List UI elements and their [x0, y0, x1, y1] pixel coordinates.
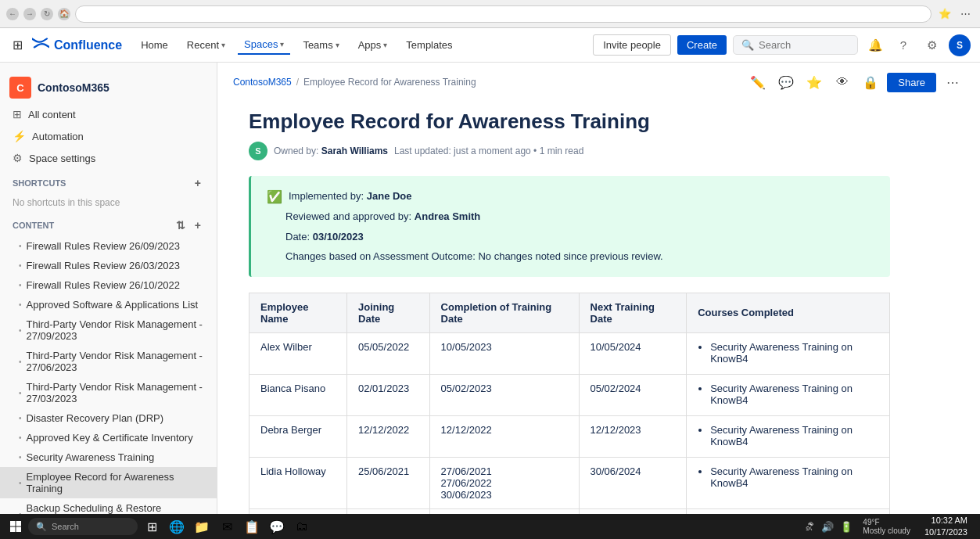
watch-icon[interactable]: 👁	[831, 70, 854, 94]
automation-icon: ⚡	[13, 130, 26, 142]
forward-button[interactable]: →	[23, 8, 36, 20]
share-button[interactable]: Share	[887, 73, 936, 92]
taskbar-clock[interactable]: 10:32 AM 10/17/2023	[918, 515, 974, 539]
cell-joining-5: 01/09/2023	[347, 508, 430, 514]
col-next-training: Next Training Date	[579, 293, 687, 332]
cell-completion-1: 10/05/2023	[429, 332, 579, 374]
sidebar-space-header[interactable]: C ContosoM365	[0, 72, 217, 103]
nav-templates[interactable]: Templates	[400, 36, 458, 54]
sidebar-item-vendor-1[interactable]: Third-Party Vendor Risk Management - 27/…	[0, 314, 217, 346]
url-bar[interactable]	[75, 5, 932, 23]
nav-logo[interactable]: Confluence	[32, 34, 122, 56]
cell-courses-4: Security Awareness Training on KnowB4	[687, 457, 890, 508]
restrict-icon[interactable]: 🔒	[859, 70, 882, 94]
sidebar-item-vendor-2[interactable]: Third-Party Vendor Risk Management - 27/…	[0, 346, 217, 377]
battery-icon[interactable]: 🔋	[838, 521, 855, 533]
search-input[interactable]	[759, 39, 849, 51]
col-joining-date: Joining Date	[347, 293, 430, 332]
mail-icon[interactable]: ✉	[216, 516, 238, 537]
app-icon-3[interactable]: 🗂	[291, 516, 313, 537]
cell-next-5: 02/09/2024	[579, 508, 687, 514]
settings-icon[interactable]: ⚙	[921, 34, 942, 56]
cell-next-3: 12/12/2023	[579, 415, 687, 457]
sidebar-item-approved-software[interactable]: Approved Software & Applications List	[0, 295, 217, 314]
taskbar: 🔍 Search ⊞ 🌐 📁 ✉ 📋 💬 🗂 ⛐ 🔊 🔋 49°F Mostly…	[0, 514, 980, 539]
taskbar-search[interactable]: 🔍 Search	[28, 518, 138, 535]
shortcuts-empty-msg: No shortcuts in this space	[0, 194, 217, 211]
svg-rect-0	[10, 521, 16, 526]
back-button[interactable]: ←	[6, 8, 19, 20]
sidebar-item-vendor-3[interactable]: Third-Party Vendor Risk Management - 27/…	[0, 377, 217, 408]
file-explorer-icon[interactable]: 📁	[191, 516, 213, 537]
sidebar-item-firewall-2[interactable]: Firewall Rules Review 26/03/2023	[0, 256, 217, 275]
notification-icon[interactable]: 🔔	[864, 34, 886, 56]
owner-avatar: S	[249, 142, 267, 160]
apps-caret: ▾	[383, 41, 387, 49]
sidebar-item-employee-record[interactable]: Employee Record for Awareness Training	[0, 467, 217, 498]
add-shortcut-btn[interactable]: +	[192, 175, 204, 191]
nav-spaces[interactable]: Spaces ▾	[238, 35, 290, 55]
cell-name-4: Lidia Holloway	[249, 457, 347, 508]
home-button[interactable]: 🏠	[58, 8, 70, 20]
sort-content-btn[interactable]: ⇅	[173, 217, 188, 233]
volume-icon[interactable]: 🔊	[819, 521, 836, 533]
create-button[interactable]: Create	[677, 35, 727, 55]
menu-icon[interactable]: ⋯	[957, 5, 974, 23]
app-icon-1[interactable]: 📋	[241, 516, 263, 537]
cell-joining-2: 02/01/2023	[347, 374, 430, 415]
star-icon[interactable]: ⭐	[802, 70, 826, 94]
cell-courses-5: Security Awareness Training on KnowB4	[687, 508, 890, 514]
sidebar-space-settings[interactable]: ⚙ Space settings	[0, 147, 217, 169]
teams-caret: ▾	[336, 41, 339, 49]
table-header-row: Employee Name Joining Date Completion of…	[249, 293, 890, 332]
top-nav: ⊞ Confluence Home Recent ▾ Spaces ▾ Team…	[0, 28, 980, 63]
nav-teams[interactable]: Teams ▾	[296, 36, 345, 54]
sidebar-item-drp[interactable]: Disaster Recovery Plan (DRP)	[0, 408, 217, 428]
sidebar-item-backup[interactable]: Backup Scheduling & Restore Procedure	[0, 498, 217, 514]
search-bar[interactable]: 🔍	[733, 35, 858, 55]
sidebar-all-content[interactable]: ⊞ All content	[0, 103, 217, 125]
cell-next-1: 10/05/2024	[579, 332, 687, 374]
sidebar-item-firewall-1[interactable]: Firewall Rules Review 26/09/2023	[0, 236, 217, 256]
breadcrumb-page: Employee Record for Awareness Training	[303, 77, 476, 88]
help-icon[interactable]: ?	[892, 34, 914, 56]
extensions-icon[interactable]: ⭐	[936, 5, 953, 23]
info-changes: Changes based on Assessment Outcome: No …	[267, 249, 874, 264]
nav-home[interactable]: Home	[135, 36, 174, 54]
edit-icon[interactable]: ✏️	[746, 70, 770, 94]
page-content: Employee Record for Awareness Training S…	[217, 94, 921, 514]
table-row: Pradeep Gupta 01/09/2023 02/09/2023 02/0…	[249, 508, 890, 514]
comment-icon[interactable]: 💬	[774, 70, 798, 94]
breadcrumb-space-link[interactable]: ContosoM365	[233, 77, 292, 88]
nav-apps[interactable]: Apps ▾	[352, 36, 394, 54]
task-view-icon[interactable]: ⊞	[141, 516, 163, 537]
spaces-caret: ▾	[280, 40, 284, 49]
refresh-button[interactable]: ↻	[41, 8, 53, 20]
table-row: Debra Berger 12/12/2022 12/12/2022 12/12…	[249, 415, 890, 457]
invite-button[interactable]: Invite people	[593, 34, 671, 56]
cell-next-4: 30/06/2024	[579, 457, 687, 508]
info-date: Date: 03/10/2023	[267, 229, 874, 245]
cell-name-1: Alex Wilber	[249, 332, 347, 374]
app-icon-2[interactable]: 💬	[266, 516, 288, 537]
page-meta: S Owned by: Sarah Williams Last updated:…	[249, 142, 890, 160]
add-content-btn[interactable]: +	[192, 217, 204, 233]
sidebar-item-security-awareness[interactable]: Security Awareness Training	[0, 447, 217, 467]
weather-widget[interactable]: 49°F Mostly cloudy	[858, 518, 915, 535]
browser-chrome: ← → ↻ 🏠 ⭐ ⋯	[0, 0, 980, 28]
grid-icon[interactable]: ⊞	[9, 34, 26, 56]
sidebar-item-firewall-3[interactable]: Firewall Rules Review 26/10/2022	[0, 275, 217, 295]
cell-joining-1: 05/05/2022	[347, 332, 430, 374]
employee-table: Employee Name Joining Date Completion of…	[249, 293, 890, 515]
cell-courses-2: Security Awareness Training on KnowB4	[687, 374, 890, 415]
start-button[interactable]	[6, 517, 25, 536]
avatar[interactable]: S	[949, 34, 971, 56]
cell-courses-1: Security Awareness Training on KnowB4	[687, 332, 890, 374]
nav-recent[interactable]: Recent ▾	[181, 36, 232, 54]
more-actions-button[interactable]: ⋯	[941, 70, 964, 94]
sidebar-automation[interactable]: ⚡ Automation	[0, 125, 217, 147]
page-owner: Owned by: Sarah Williams	[274, 146, 388, 156]
network-icon[interactable]: ⛐	[802, 521, 817, 533]
edge-icon[interactable]: 🌐	[166, 516, 188, 537]
sidebar-item-cert[interactable]: Approved Key & Certificate Inventory	[0, 428, 217, 447]
